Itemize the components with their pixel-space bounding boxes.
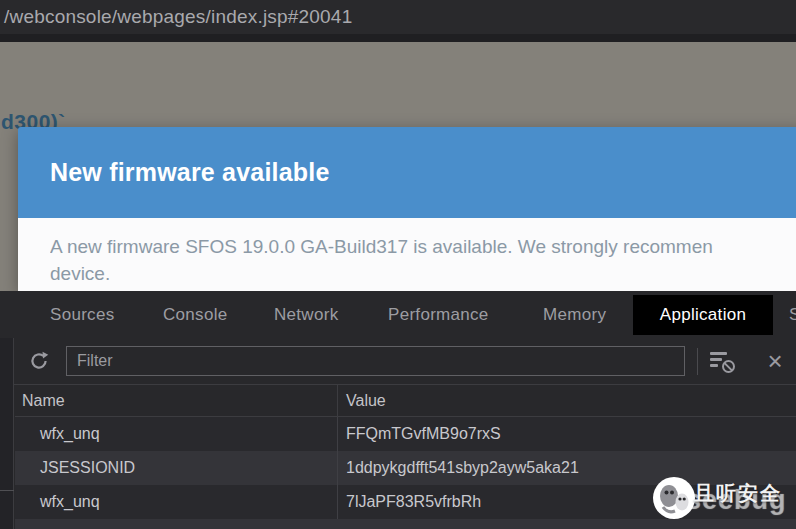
screenshot-canvas: /webconsole/webpages/index.jsp#20041 d30… bbox=[0, 0, 796, 529]
top-divider-strip bbox=[0, 34, 796, 42]
cookie-table-header: Name Value bbox=[15, 385, 796, 417]
watermark: seebug 且听安全 bbox=[645, 474, 796, 524]
firmware-modal: New firmware available A new firmware SF… bbox=[18, 127, 796, 291]
modal-header: New firmware available bbox=[18, 127, 796, 218]
tab-partial-security[interactable]: S bbox=[789, 295, 796, 335]
seebug-logo-icon bbox=[653, 477, 695, 519]
tab-performance[interactable]: Performance bbox=[374, 295, 503, 335]
refresh-icon[interactable] bbox=[28, 350, 50, 372]
table-row[interactable]: wfx_unq FFQmTGvfMB9o7rxS bbox=[15, 417, 796, 451]
left-pane-gutter bbox=[0, 338, 14, 529]
tab-sources[interactable]: Sources bbox=[36, 295, 128, 335]
url-bar[interactable]: /webconsole/webpages/index.jsp#20041 bbox=[0, 0, 796, 34]
url-text: /webconsole/webpages/index.jsp#20041 bbox=[0, 6, 352, 28]
devtools-tab-bar: Sources Console Network Performance Memo… bbox=[0, 291, 796, 338]
gutter-divider bbox=[0, 490, 14, 491]
modal-body: A new firmware SFOS 19.0.0 GA-Build317 i… bbox=[18, 218, 796, 291]
modal-title: New firmware available bbox=[18, 158, 330, 187]
cookie-name: wfx_unq bbox=[15, 425, 337, 443]
cookie-value: FFQmTGvfMB9o7rxS bbox=[337, 417, 796, 451]
watermark-label: 且听安全 bbox=[694, 480, 782, 507]
cookie-name: wfx_unq bbox=[15, 493, 337, 511]
cookie-name: JSESSIONID bbox=[15, 459, 337, 477]
modal-body-line1: A new firmware SFOS 19.0.0 GA-Build317 i… bbox=[50, 233, 796, 260]
column-header-value[interactable]: Value bbox=[337, 385, 796, 416]
clear-icon[interactable]: × bbox=[760, 343, 790, 379]
tab-application[interactable]: Application bbox=[633, 295, 773, 335]
cookies-toolbar: × bbox=[14, 338, 796, 385]
toolbar-separator bbox=[697, 348, 698, 375]
modal-body-line2: device. bbox=[50, 260, 796, 287]
tab-memory[interactable]: Memory bbox=[529, 295, 620, 335]
only-cookies-with-issue-icon[interactable] bbox=[710, 351, 736, 373]
column-header-name[interactable]: Name bbox=[15, 392, 337, 410]
tab-network[interactable]: Network bbox=[260, 295, 352, 335]
tab-console[interactable]: Console bbox=[149, 295, 241, 335]
filter-input[interactable] bbox=[66, 346, 685, 376]
